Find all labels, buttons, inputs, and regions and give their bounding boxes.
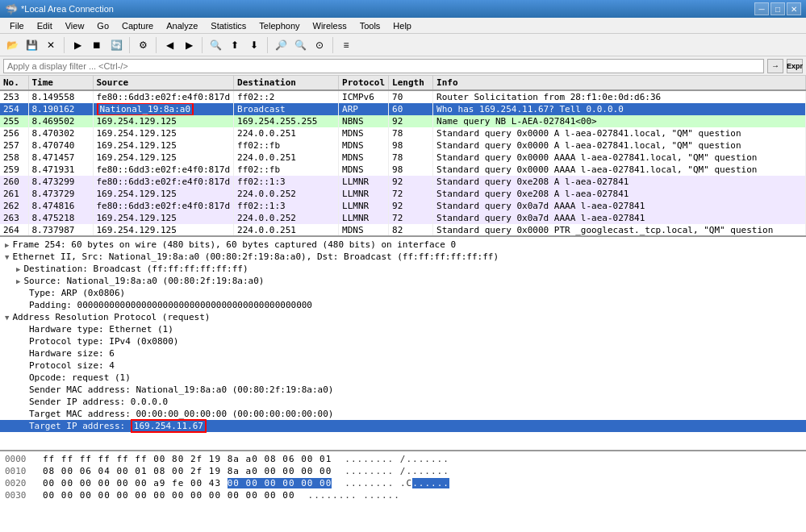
menu-item-view[interactable]: View xyxy=(59,19,91,32)
packet-time: 8.471457 xyxy=(28,152,93,164)
table-row[interactable]: 2548.190162National_19:8a:a0BroadcastARP… xyxy=(0,103,806,115)
close-button[interactable]: ✕ xyxy=(787,2,801,15)
table-row[interactable]: 2598.471931fe80::6dd3:e02f:e4f0:817dff02… xyxy=(0,164,806,176)
maximize-button[interactable]: □ xyxy=(771,2,785,15)
toolbar-zoom-in[interactable]: 🔎 xyxy=(272,36,290,54)
expand-arrow-icon[interactable]: ▶ xyxy=(16,277,20,285)
expand-arrow-icon[interactable]: ▶ xyxy=(16,265,20,273)
detail-line[interactable]: Sender IP address: 0.0.0.0 xyxy=(0,396,806,408)
col-header-length[interactable]: Length xyxy=(389,76,433,90)
toolbar-save[interactable]: 💾 xyxy=(23,36,40,54)
toolbar-open[interactable]: 📂 xyxy=(3,36,21,54)
table-row[interactable]: 2618.473729169.254.129.125224.0.0.252LLM… xyxy=(0,188,806,200)
detail-line[interactable]: Opcode: request (1) xyxy=(0,372,806,384)
menu-item-analyze[interactable]: Analyze xyxy=(160,19,204,32)
detail-line[interactable]: ▼ Ethernet II, Src: National_19:8a:a0 (0… xyxy=(0,251,806,263)
menu-item-file[interactable]: File xyxy=(3,19,31,32)
table-row[interactable]: 2588.471457169.254.129.125224.0.0.251MDN… xyxy=(0,152,806,164)
toolbar-stop[interactable]: ⏹ xyxy=(88,36,106,54)
menu-item-capture[interactable]: Capture xyxy=(115,19,160,32)
toolbar-back[interactable]: ◀ xyxy=(161,36,178,54)
hex-row[interactable]: 002000 00 00 00 00 00 a9 fe 00 43 00 00 … xyxy=(0,477,806,489)
hex-offset: 0020 xyxy=(5,478,33,488)
detail-line[interactable]: Target MAC address: 00:00:00_00:00:00 (0… xyxy=(0,408,806,420)
hex-dump[interactable]: 0000ff ff ff ff ff ff 00 80 2f 19 8a a0 … xyxy=(0,451,806,532)
packet-detail[interactable]: ▶ Frame 254: 60 bytes on wire (480 bits)… xyxy=(0,237,806,451)
menu-item-telephony[interactable]: Telephony xyxy=(253,19,306,32)
detail-line[interactable]: ▶ Frame 254: 60 bytes on wire (480 bits)… xyxy=(0,239,806,251)
detail-line[interactable]: ▼ Address Resolution Protocol (request) xyxy=(0,311,806,323)
table-row[interactable]: 2568.470302169.254.129.125224.0.0.251MDN… xyxy=(0,127,806,139)
col-header-no[interactable]: No. xyxy=(0,76,28,90)
toolbar-find-prev[interactable]: ⬆ xyxy=(226,36,244,54)
packet-info: Who has 169.254.11.67? Tell 0.0.0.0 xyxy=(433,103,806,115)
packet-len: 82 xyxy=(389,224,433,236)
highlighted-ip: 169.254.11.67 xyxy=(131,419,207,433)
packet-no: 264 xyxy=(0,224,28,236)
col-header-source[interactable]: Source xyxy=(93,76,234,90)
detail-line[interactable]: Type: ARP (0x0806) xyxy=(0,287,806,299)
detail-line[interactable]: Protocol size: 4 xyxy=(0,360,806,372)
toolbar-find-next[interactable]: ⬇ xyxy=(245,36,263,54)
packet-proto: NBNS xyxy=(339,115,389,127)
table-row[interactable]: 2628.474816fe80::6dd3:e02f:e4f0:817dff02… xyxy=(0,200,806,212)
detail-line[interactable]: ▶ Destination: Broadcast (ff:ff:ff:ff:ff… xyxy=(0,263,806,275)
menu-item-edit[interactable]: Edit xyxy=(31,19,59,32)
menu-item-help[interactable]: Help xyxy=(386,19,418,32)
minimize-button[interactable]: ─ xyxy=(754,2,769,15)
col-header-destination[interactable]: Destination xyxy=(234,76,339,90)
packet-list[interactable]: No. Time Source Destination Protocol Len… xyxy=(0,76,806,237)
detail-line[interactable]: Hardware size: 6 xyxy=(0,347,806,360)
detail-text: Protocol type: IPv4 (0x0800) xyxy=(29,336,178,347)
packet-len: 98 xyxy=(389,164,433,176)
detail-line[interactable]: Protocol type: IPv4 (0x0800) xyxy=(0,335,806,347)
menu-item-wireless[interactable]: Wireless xyxy=(307,19,353,32)
col-header-info[interactable]: Info xyxy=(433,76,806,90)
toolbar-columns[interactable]: ≡ xyxy=(337,36,355,54)
menu-item-tools[interactable]: Tools xyxy=(353,19,387,32)
menu-item-statistics[interactable]: Statistics xyxy=(204,19,253,32)
toolbar-zoom-reset[interactable]: ⊙ xyxy=(311,36,328,54)
detail-text: Opcode: request (1) xyxy=(29,372,131,383)
filter-expr-button[interactable]: Expr xyxy=(787,59,803,73)
toolbar-restart[interactable]: 🔄 xyxy=(107,36,125,54)
detail-line[interactable]: Sender MAC address: National_19:8a:a0 (0… xyxy=(0,384,806,396)
packet-info: Standard query 0x0a7d AAAA l-aea-027841 xyxy=(433,212,806,224)
toolbar-start[interactable]: ▶ xyxy=(69,36,86,54)
hex-row[interactable]: 0000ff ff ff ff ff ff 00 80 2f 19 8a a0 … xyxy=(0,453,806,465)
expand-arrow-icon[interactable]: ▼ xyxy=(5,253,9,261)
detail-line[interactable]: Padding: 0000000000000000000000000000000… xyxy=(0,299,806,311)
expand-arrow-icon[interactable]: ▶ xyxy=(5,241,9,249)
packet-time: 8.475218 xyxy=(28,212,93,224)
packet-src: 169.254.129.125 xyxy=(93,152,234,164)
expand-arrow-icon[interactable]: ▼ xyxy=(5,314,9,322)
filter-input[interactable] xyxy=(3,59,764,73)
packet-proto: MDNS xyxy=(339,139,389,152)
menu-item-go[interactable]: Go xyxy=(90,19,115,32)
table-row[interactable]: 2538.149558fe80::6dd3:e02f:e4f0:817dff02… xyxy=(0,90,806,103)
table-row[interactable]: 2578.470740169.254.129.125ff02::fbMDNS98… xyxy=(0,139,806,152)
hex-row[interactable]: 003000 00 00 00 00 00 00 00 00 00 00 00 … xyxy=(0,489,806,501)
detail-line[interactable]: Hardware type: Ethernet (1) xyxy=(0,323,806,335)
packet-info: Standard query 0x0000 A l-aea-027841.loc… xyxy=(433,127,806,139)
packet-dst: 169.254.255.255 xyxy=(234,115,339,127)
packet-no: 255 xyxy=(0,115,28,127)
toolbar-forward[interactable]: ▶ xyxy=(180,36,198,54)
detail-line[interactable]: ▶ Source: National_19:8a:a0 (00:80:2f:19… xyxy=(0,275,806,287)
col-header-time[interactable]: Time xyxy=(28,76,93,90)
hex-row[interactable]: 001008 00 06 04 00 01 08 00 2f 19 8a a0 … xyxy=(0,465,806,477)
detail-line[interactable]: Target IP address: 169.254.11.67 xyxy=(0,420,806,432)
toolbar-close[interactable]: ✕ xyxy=(42,36,60,54)
toolbar-zoom-out[interactable]: 🔍 xyxy=(291,36,309,54)
table-row[interactable]: 2648.737987169.254.129.125224.0.0.251MDN… xyxy=(0,224,806,236)
toolbar-find[interactable]: 🔍 xyxy=(207,36,224,54)
table-row[interactable]: 2558.469502169.254.129.125169.254.255.25… xyxy=(0,115,806,127)
toolbar-options[interactable]: ⚙ xyxy=(134,36,152,54)
packet-proto: MDNS xyxy=(339,224,389,236)
table-row[interactable]: 2608.473299fe80::6dd3:e02f:e4f0:817dff02… xyxy=(0,176,806,188)
packet-info: Standard query 0xe208 A l-aea-027841 xyxy=(433,188,806,200)
table-row[interactable]: 2638.475218169.254.129.125224.0.0.252LLM… xyxy=(0,212,806,224)
filter-apply-button[interactable]: → xyxy=(767,59,783,73)
col-header-protocol[interactable]: Protocol xyxy=(339,76,389,90)
packet-proto: LLMNR xyxy=(339,176,389,188)
